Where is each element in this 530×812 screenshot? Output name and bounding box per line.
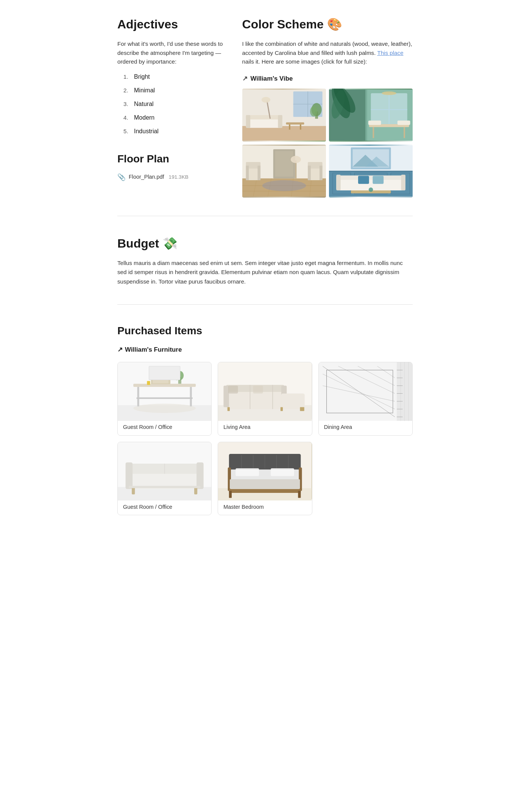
svg-rect-99 <box>302 407 304 411</box>
svg-rect-77 <box>136 397 192 399</box>
color-scheme-section: Color Scheme 🎨 I like the combination of… <box>242 15 413 198</box>
budget-text: Tellus mauris a diam maecenas sed enim u… <box>117 259 413 286</box>
section-divider-1 <box>117 216 413 216</box>
svg-point-51 <box>290 156 301 163</box>
vibe-image-1[interactable] <box>242 89 326 142</box>
svg-rect-140 <box>229 489 301 492</box>
furniture-card-5[interactable]: Master Bedroom <box>218 442 312 516</box>
svg-rect-74 <box>133 384 196 387</box>
furniture-image-1 <box>118 362 211 419</box>
svg-rect-127 <box>194 487 197 494</box>
svg-rect-84 <box>149 366 180 380</box>
svg-point-70 <box>369 187 373 192</box>
list-item: 3. Natural <box>123 100 224 109</box>
svg-point-52 <box>262 180 306 191</box>
furniture-image-3 <box>319 362 412 419</box>
svg-rect-66 <box>401 175 405 190</box>
list-item: 2. Minimal <box>123 86 224 95</box>
vibe-image-3[interactable] <box>242 145 326 198</box>
svg-point-14 <box>310 106 317 117</box>
svg-rect-67 <box>358 176 369 184</box>
svg-rect-97 <box>281 407 283 411</box>
vibe-image-4[interactable] <box>329 145 413 198</box>
furniture-grid-row1: Guest Room / Office <box>117 362 413 436</box>
svg-rect-9 <box>286 122 304 125</box>
furniture-image-2 <box>218 362 312 419</box>
svg-rect-28 <box>404 127 405 138</box>
svg-rect-41 <box>275 151 293 176</box>
svg-rect-65 <box>336 175 341 190</box>
svg-rect-29 <box>368 120 381 125</box>
this-place-link[interactable]: This place <box>377 50 403 56</box>
budget-title: Budget 💸 <box>117 234 413 252</box>
furniture-card-3-label: Dining Area <box>319 419 412 435</box>
svg-rect-95 <box>253 386 263 394</box>
furniture-card-1-label: Guest Room / Office <box>118 419 211 435</box>
svg-point-16 <box>262 97 270 103</box>
svg-rect-45 <box>257 165 260 180</box>
vibe-title: William's Vibe <box>251 74 293 83</box>
furniture-card-3[interactable]: Dining Area <box>318 362 413 436</box>
svg-rect-94 <box>228 386 238 394</box>
color-scheme-description: I like the combination of white and natu… <box>242 39 413 66</box>
svg-rect-8 <box>278 115 282 128</box>
furniture-card-4-label: Guest Room / Office <box>118 499 211 515</box>
attachment-icon: 📎 <box>117 172 126 182</box>
list-item: 4. Modern <box>123 113 224 122</box>
svg-rect-141 <box>236 468 259 476</box>
svg-rect-142 <box>271 468 294 476</box>
svg-rect-27 <box>373 127 374 138</box>
arrow-up-right-icon-2: ↗ <box>117 345 123 354</box>
svg-rect-128 <box>129 486 201 488</box>
svg-rect-144 <box>229 491 232 498</box>
svg-rect-96 <box>228 407 230 411</box>
furniture-card-5-label: Master Bedroom <box>218 499 312 515</box>
floor-plan-attachment[interactable]: 📎 Floor_Plan.pdf 191.3KB <box>117 172 224 182</box>
furniture-card-1[interactable]: Guest Room / Office <box>117 362 212 436</box>
svg-rect-89 <box>224 386 229 407</box>
adjectives-title: Adjectives <box>117 15 224 33</box>
color-scheme-title: Color Scheme 🎨 <box>242 15 413 33</box>
vibe-image-2[interactable] <box>329 89 413 142</box>
svg-rect-30 <box>398 120 410 125</box>
vibe-header: ↗ William's Vibe <box>242 74 413 83</box>
purchased-section: Purchased Items ↗ William's Furniture <box>117 323 413 515</box>
furniture-grid-row2: Guest Room / Office <box>117 442 413 516</box>
floor-plan-filename: Floor_Plan.pdf <box>129 173 164 181</box>
svg-rect-76 <box>190 387 192 407</box>
adjectives-list: 1. Bright 2. Minimal 3. Natural 4. Moder… <box>123 72 224 136</box>
svg-rect-48 <box>308 165 311 180</box>
svg-rect-91 <box>281 393 305 409</box>
svg-rect-83 <box>147 381 150 385</box>
svg-rect-143 <box>230 479 300 489</box>
svg-rect-125 <box>196 462 204 489</box>
svg-point-73 <box>133 404 196 413</box>
svg-rect-126 <box>132 487 135 494</box>
svg-rect-6 <box>246 115 282 120</box>
color-scheme-emoji: 🎨 <box>327 17 342 31</box>
budget-emoji: 💸 <box>162 237 178 250</box>
furniture-card-2[interactable]: Living Area <box>218 362 312 436</box>
svg-rect-145 <box>298 491 301 498</box>
svg-rect-75 <box>137 387 139 407</box>
svg-rect-124 <box>126 462 133 489</box>
svg-rect-0 <box>242 126 326 140</box>
list-item: 5. Industrial <box>123 127 224 136</box>
furniture-image-4 <box>118 442 211 499</box>
purchased-vibe-title: William's Furniture <box>125 345 182 354</box>
svg-point-31 <box>382 91 396 95</box>
adjectives-intro: For what it's worth, I'd use these words… <box>117 39 224 66</box>
left-column: Adjectives For what it's worth, I'd use … <box>117 15 224 198</box>
purchased-vibe-header: ↗ William's Furniture <box>117 345 413 354</box>
floor-plan-section: Floor Plan 📎 Floor_Plan.pdf 191.3KB <box>117 151 224 182</box>
svg-rect-44 <box>246 165 249 180</box>
arrow-up-right-icon: ↗ <box>242 74 248 83</box>
floor-plan-filesize: 191.3KB <box>169 173 189 181</box>
svg-rect-68 <box>373 176 383 184</box>
svg-rect-10 <box>289 125 290 129</box>
floor-plan-title: Floor Plan <box>117 151 224 167</box>
furniture-image-5 <box>218 442 312 499</box>
svg-rect-64 <box>336 175 405 180</box>
section-divider-2 <box>117 304 413 305</box>
furniture-card-4[interactable]: Guest Room / Office <box>117 442 212 516</box>
